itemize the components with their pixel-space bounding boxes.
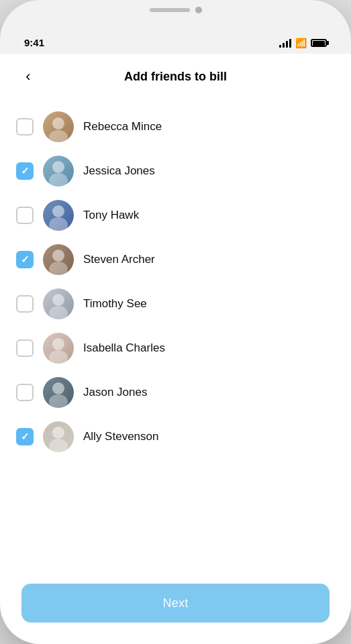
svg-point-7 — [49, 262, 68, 275]
list-item: Rebecca Mince — [16, 105, 335, 149]
list-item: Timothy See — [16, 282, 335, 326]
contact-name-jessica: Jessica Jones — [83, 164, 155, 178]
contact-name-ally: Ally Stevenson — [83, 430, 158, 443]
contact-name-timothy: Timothy See — [83, 297, 147, 311]
svg-point-6 — [52, 250, 64, 262]
checkbox-steven[interactable] — [16, 251, 34, 268]
svg-point-9 — [49, 306, 68, 319]
svg-point-2 — [52, 161, 64, 173]
footer: Next — [0, 570, 351, 644]
list-item: Steven Archer — [16, 237, 335, 282]
svg-point-0 — [52, 117, 64, 129]
contact-name-rebecca: Rebecca Mince — [83, 120, 162, 133]
avatar-rebecca — [43, 111, 74, 142]
speaker — [150, 8, 190, 12]
contact-name-isabella: Isabella Charles — [83, 341, 165, 355]
next-button[interactable]: Next — [21, 584, 330, 623]
svg-point-10 — [52, 338, 64, 350]
signal-icon — [279, 39, 291, 48]
back-button[interactable]: ‹ — [16, 64, 40, 89]
svg-point-11 — [49, 350, 68, 364]
svg-point-1 — [49, 130, 68, 142]
contact-list: Rebecca MinceJessica JonesTony HawkSteve… — [0, 99, 351, 570]
svg-point-14 — [52, 427, 64, 439]
checkbox-isabella[interactable] — [16, 339, 34, 357]
notch — [122, 0, 230, 20]
header: ‹ Add friends to bill — [0, 54, 351, 99]
status-bar: 9:41 📶 — [0, 0, 351, 54]
avatar-tony — [43, 200, 74, 231]
checkbox-rebecca[interactable] — [16, 118, 34, 136]
avatar-ally — [43, 421, 74, 452]
phone-shell: 9:41 📶 ‹ Add friends to bill Rebecca M — [0, 0, 351, 644]
wifi-icon: 📶 — [295, 38, 307, 48]
status-icons: 📶 — [279, 38, 327, 48]
svg-point-3 — [49, 173, 68, 186]
list-item: Jason Jones — [16, 370, 335, 415]
contact-name-jason: Jason Jones — [83, 386, 147, 399]
checkbox-tony[interactable] — [16, 207, 34, 224]
screen: ‹ Add friends to bill Rebecca MinceJessi… — [0, 54, 351, 644]
page-title: Add friends to bill — [124, 70, 227, 84]
checkbox-ally[interactable] — [16, 428, 34, 445]
status-time: 9:41 — [24, 37, 44, 48]
avatar-jason — [43, 377, 74, 408]
list-item: Ally Stevenson — [16, 415, 335, 459]
svg-point-4 — [52, 205, 64, 217]
svg-point-13 — [49, 394, 68, 408]
battery-icon — [311, 39, 327, 47]
avatar-timothy — [43, 288, 74, 319]
svg-point-5 — [49, 217, 68, 231]
list-item: Isabella Charles — [16, 326, 335, 370]
checkbox-timothy[interactable] — [16, 295, 34, 313]
checkbox-jessica[interactable] — [16, 162, 34, 180]
contact-name-steven: Steven Archer — [83, 253, 155, 266]
camera — [195, 7, 202, 13]
list-item: Tony Hawk — [16, 193, 335, 237]
svg-point-8 — [52, 294, 64, 306]
checkbox-jason[interactable] — [16, 384, 34, 401]
avatar-steven — [43, 244, 74, 275]
contact-name-tony: Tony Hawk — [83, 209, 139, 222]
svg-point-15 — [49, 439, 68, 452]
avatar-jessica — [43, 156, 74, 186]
svg-point-12 — [52, 382, 64, 394]
list-item: Jessica Jones — [16, 149, 335, 193]
avatar-isabella — [43, 333, 74, 364]
